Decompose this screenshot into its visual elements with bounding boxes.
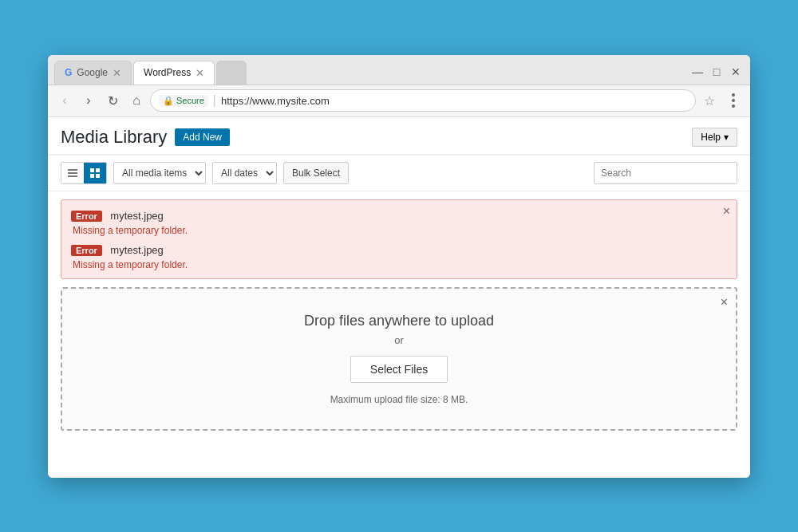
upload-close-button[interactable]: ×: [721, 295, 728, 309]
svg-rect-5: [90, 174, 94, 178]
title-bar: G Google ✕ WordPress ✕ — □ ✕: [48, 55, 750, 85]
error-message-1: Missing a temporary folder.: [73, 225, 713, 236]
more-options-button[interactable]: [723, 90, 744, 111]
close-button[interactable]: ✕: [728, 64, 744, 80]
tab-google-label: Google: [77, 67, 108, 78]
upload-area: × Drop files anywhere to upload or Selec…: [61, 287, 737, 431]
error-label-1: Error: [71, 211, 102, 222]
wp-header: Media Library Add New Help ▾: [48, 117, 750, 155]
svg-rect-1: [68, 172, 77, 174]
drop-files-text: Drop files anywhere to upload: [86, 313, 712, 329]
tab-wordpress[interactable]: WordPress ✕: [133, 61, 215, 85]
grid-view-button[interactable]: [84, 163, 106, 183]
error-entry-1: Error mytest.jpeg Missing a temporary fo…: [71, 208, 713, 236]
add-new-button[interactable]: Add New: [175, 128, 230, 146]
google-icon: G: [65, 67, 72, 78]
dot-1: [732, 93, 735, 97]
url-separator: |: [213, 93, 216, 108]
svg-rect-2: [68, 175, 77, 177]
tab-wordpress-label: WordPress: [144, 67, 191, 78]
tab-google[interactable]: G Google ✕: [54, 61, 132, 85]
svg-rect-6: [96, 174, 100, 178]
tab-new[interactable]: [216, 61, 247, 85]
nav-bar: ‹ › ↻ ⌂ 🔒 Secure | ☆: [48, 85, 750, 117]
browser-window: G Google ✕ WordPress ✕ — □ ✕ ‹ › ↻ ⌂ 🔒: [48, 55, 750, 478]
select-files-button[interactable]: Select Files: [350, 356, 448, 383]
view-toggle: [61, 162, 107, 184]
svg-rect-4: [96, 168, 100, 172]
reload-button[interactable]: ↻: [102, 90, 123, 111]
back-button[interactable]: ‹: [54, 90, 75, 111]
toolbar-bar: All media items All dates Bulk Select: [48, 156, 750, 191]
address-input[interactable]: [221, 95, 687, 107]
svg-rect-3: [90, 168, 94, 172]
svg-rect-0: [68, 169, 77, 171]
list-icon: [67, 167, 78, 179]
address-bar-container: 🔒 Secure |: [150, 89, 696, 112]
minimize-button[interactable]: —: [689, 64, 705, 80]
error-close-button[interactable]: ×: [723, 205, 730, 218]
tab-list: G Google ✕ WordPress ✕: [54, 61, 689, 85]
page-content: Media Library Add New Help ▾: [48, 117, 750, 478]
tab-google-close[interactable]: ✕: [113, 68, 121, 78]
error-message-2: Missing a temporary folder.: [73, 259, 713, 270]
or-text: or: [86, 334, 712, 346]
secure-label: Secure: [176, 96, 204, 105]
error-entry-2: Error mytest.jpeg Missing a temporary fo…: [71, 242, 713, 270]
help-chevron-icon: ▾: [724, 132, 729, 143]
tab-wordpress-close[interactable]: ✕: [196, 68, 204, 78]
filter-date-select[interactable]: All dates: [212, 162, 277, 184]
page-title-area: Media Library Add New: [61, 127, 230, 148]
dot-3: [732, 104, 735, 108]
bulk-select-button[interactable]: Bulk Select: [283, 162, 349, 184]
grid-icon: [89, 167, 101, 179]
upload-size-note: Maximum upload file size: 8 MB.: [86, 394, 712, 405]
lock-icon: 🔒: [163, 96, 174, 106]
list-view-button[interactable]: [61, 163, 84, 183]
help-label: Help: [701, 132, 721, 143]
window-controls: — □ ✕: [689, 64, 744, 85]
forward-button[interactable]: ›: [78, 90, 99, 111]
search-input[interactable]: [594, 162, 737, 184]
page-title: Media Library: [61, 127, 167, 148]
error-box: × Error mytest.jpeg Missing a temporary …: [61, 199, 737, 279]
error-filename-2: mytest.jpeg: [110, 244, 163, 256]
secure-badge: 🔒 Secure: [159, 95, 208, 107]
error-filename-1: mytest.jpeg: [110, 210, 163, 222]
bookmark-button[interactable]: ☆: [699, 90, 720, 111]
dot-2: [732, 99, 735, 102]
error-label-2: Error: [71, 245, 102, 256]
home-button[interactable]: ⌂: [126, 90, 147, 111]
help-button[interactable]: Help ▾: [692, 128, 737, 147]
filter-media-select[interactable]: All media items: [113, 162, 206, 184]
maximize-button[interactable]: □: [709, 64, 725, 80]
